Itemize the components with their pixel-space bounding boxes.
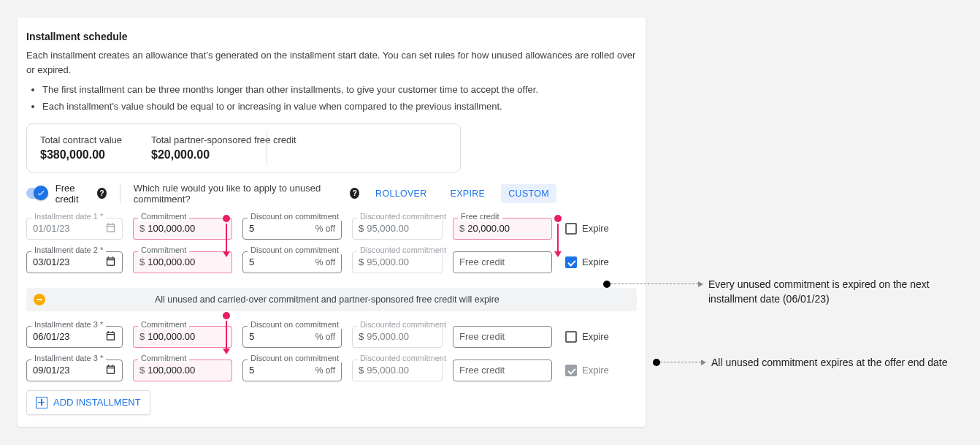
discount-field[interactable]: Discount on commitment 5 % off	[242, 326, 342, 348]
expire-label: Expire	[582, 223, 609, 234]
calendar-icon[interactable]	[105, 364, 116, 377]
installment-date-field[interactable]: Installment date 3 * 09/01/23	[26, 360, 123, 381]
banner-text: All unused and carried-over commitment a…	[155, 294, 499, 305]
free-credit-field[interactable]: Free credit	[453, 251, 552, 273]
commitment-value: 100,000.00	[148, 331, 195, 342]
installment-row: Installment date 3 * 06/01/23 Commitment…	[26, 326, 637, 348]
field-label: Commitment	[138, 354, 189, 362]
annotation: Every unused commitment is expired on th…	[603, 277, 957, 307]
installment-row: Installment date 1 * 01/01/23 Commitment…	[26, 218, 637, 240]
currency-prefix: $	[139, 365, 145, 376]
dash-arrow-icon	[660, 362, 701, 362]
commitment-field[interactable]: Commitment $ 100,000.00	[133, 218, 232, 240]
commitment-field[interactable]: Commitment $ 100,000.00	[133, 251, 232, 273]
field-label: Installment date 1 *	[31, 212, 106, 221]
discounted-commitment-value: 95,000.00	[367, 223, 409, 234]
field-label: Discounted commitment	[357, 354, 449, 362]
total-free-credit-label: Total partner-sponsored free credit	[151, 134, 296, 145]
installment-date-field[interactable]: Installment date 2 * 03/01/23	[26, 251, 123, 273]
installment-date-field[interactable]: Installment date 3 * 06/01/23	[26, 326, 123, 348]
minus-circle-icon	[34, 294, 45, 305]
installment-schedule-card: Installment schedule Each installment cr…	[18, 18, 646, 427]
date-value: 09/01/23	[33, 365, 70, 376]
discounted-commitment-field: Discounted commitment $ 95,000.00	[352, 251, 443, 273]
commitment-field[interactable]: Commitment $ 100,000.00	[133, 326, 232, 348]
description: Each installment creates an allowance th…	[26, 48, 637, 77]
field-label: Installment date 3 *	[31, 354, 106, 362]
add-installment-button[interactable]: ADD INSTALLMENT	[26, 390, 150, 415]
annotation-text: Every unused commitment is expired on th…	[708, 277, 957, 307]
rule-rollover-button[interactable]: ROLLOVER	[368, 184, 434, 203]
free-credit-placeholder: Free credit	[459, 365, 505, 376]
dash-arrow-icon	[610, 284, 698, 284]
bullet-icon	[603, 281, 610, 288]
date-value: 03/01/23	[33, 256, 70, 267]
highlight-dot-icon	[223, 215, 230, 222]
currency-prefix: $	[139, 331, 145, 342]
discounted-commitment-field: Discounted commitment $ 95,000.00	[352, 218, 443, 240]
rule-expire-button[interactable]: EXPIRE	[443, 184, 493, 203]
currency-prefix: $	[139, 223, 145, 234]
expire-wrap: Expire	[565, 223, 609, 235]
calendar-icon	[105, 222, 116, 235]
field-label: Discounted commitment	[357, 246, 449, 254]
toggle-knob	[34, 186, 48, 200]
free-credit-field[interactable]: Free credit	[453, 326, 552, 348]
annotation-text: All unused commitment expires at the off…	[711, 355, 947, 370]
field-label: Discount on commitment	[248, 212, 342, 221]
discount-field[interactable]: Discount on commitment 5 % off	[242, 251, 342, 273]
expire-checkbox[interactable]	[565, 256, 577, 268]
help-icon[interactable]: ?	[350, 188, 359, 199]
total-contract-label: Total contract value	[40, 134, 122, 145]
help-icon[interactable]: ?	[97, 188, 106, 199]
expire-checkbox[interactable]	[565, 223, 577, 235]
total-free-credit-value: $20,000.00	[151, 148, 296, 161]
commitment-field[interactable]: Commitment $ 100,000.00	[133, 360, 232, 381]
field-label: Free credit	[458, 212, 502, 221]
field-label: Discount on commitment	[248, 320, 342, 329]
highlight-dot-icon	[554, 215, 562, 222]
currency-prefix: $	[359, 365, 364, 376]
discount-field[interactable]: Discount on commitment 5 % off	[242, 360, 342, 381]
discount-field[interactable]: Discount on commitment 5 % off	[242, 218, 342, 240]
free-credit-toggle[interactable]	[26, 188, 47, 199]
rule-custom-button[interactable]: CUSTOM	[501, 184, 556, 203]
free-credit-field[interactable]: Free credit $ 20,000.00	[453, 218, 552, 240]
plus-icon	[36, 397, 47, 408]
free-credit-label: Free credit	[55, 183, 93, 205]
discount-value: 5	[249, 223, 254, 234]
page-title: Installment schedule	[26, 31, 637, 42]
discounted-commitment-field: Discounted commitment $ 95,000.00	[352, 326, 443, 348]
commitment-value: 100,000.00	[148, 365, 195, 376]
expire-banner: All unused and carried-over commitment a…	[26, 288, 637, 311]
calendar-icon[interactable]	[105, 256, 116, 269]
pct-off-suffix: % off	[315, 257, 335, 267]
installment-date-field: Installment date 1 * 01/01/23	[26, 218, 123, 240]
total-contract-value: $380,000.00	[40, 148, 122, 161]
commitment-value: 100,000.00	[148, 256, 195, 267]
expire-checkbox[interactable]	[565, 331, 577, 343]
commitment-value: 100,000.00	[148, 223, 195, 234]
free-credit-field[interactable]: Free credit	[453, 360, 552, 381]
field-label: Discount on commitment	[248, 246, 342, 254]
expire-checkbox	[565, 365, 577, 376]
field-label: Discounted commitment	[357, 320, 449, 329]
calendar-icon[interactable]	[105, 330, 116, 343]
rule-question: Which rule would you like to apply to un…	[134, 183, 342, 205]
discount-value: 5	[249, 256, 254, 267]
expire-wrap: Expire	[565, 331, 609, 343]
field-label: Installment date 3 *	[31, 320, 106, 329]
field-label: Commitment	[138, 246, 189, 254]
summary-row: Total contract value $380,000.00 Total p…	[26, 123, 461, 172]
expire-label: Expire	[582, 256, 609, 267]
field-label: Commitment	[138, 320, 189, 329]
free-credit-value: 20,000.00	[467, 223, 510, 234]
currency-prefix: $	[359, 331, 364, 342]
expire-wrap: Expire	[565, 256, 609, 268]
discounted-commitment-field: Discounted commitment $ 95,000.00	[352, 360, 443, 381]
bullet-icon	[653, 359, 660, 366]
annotations: Every unused commitment is expired on th…	[653, 18, 957, 418]
rules-list: The first installment can be three month…	[26, 83, 637, 115]
discount-value: 5	[249, 365, 254, 376]
highlight-dot-icon	[223, 312, 230, 319]
